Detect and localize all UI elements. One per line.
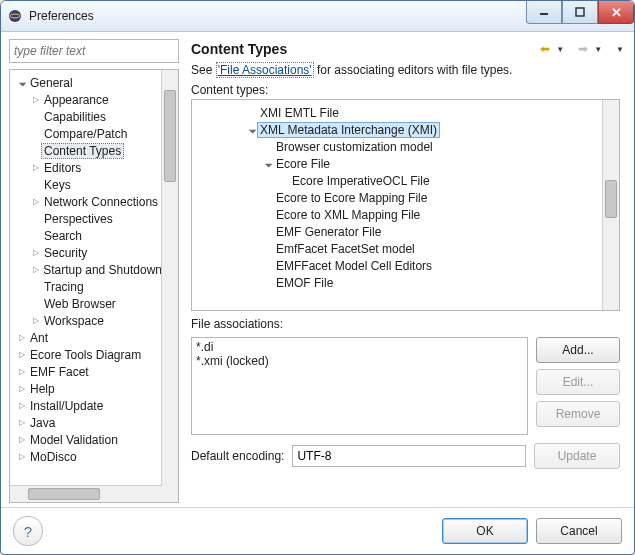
expand-icon[interactable] [16, 417, 28, 429]
back-menu-caret[interactable]: ▼ [556, 45, 564, 54]
tree-item-label[interactable]: Install/Update [30, 399, 103, 413]
tree-row[interactable]: Ecore to XML Mapping File [192, 206, 603, 223]
tree-item-label[interactable]: EMFFacet Model Cell Editors [276, 259, 432, 273]
tree-row[interactable]: Tracing [10, 278, 162, 295]
update-button[interactable]: Update [534, 443, 620, 469]
tree-item-label[interactable]: XML Metadata Interchange (XMI) [257, 122, 440, 138]
tree-item-label[interactable]: Workspace [44, 314, 104, 328]
tree-item-label[interactable]: EMOF File [276, 276, 333, 290]
add-button[interactable]: Add... [536, 337, 620, 363]
tree-row[interactable]: Java [10, 414, 162, 431]
tree-row[interactable]: Ecore Tools Diagram [10, 346, 162, 363]
tree-item-label[interactable]: XMI EMTL File [260, 106, 339, 120]
tree-item-label[interactable]: Perspectives [44, 212, 113, 226]
tree-item-label[interactable]: EMF Facet [30, 365, 89, 379]
expand-icon[interactable] [16, 400, 28, 412]
tree-item-label[interactable]: Compare/Patch [44, 127, 127, 141]
tree-row[interactable]: Editors [10, 159, 162, 176]
tree-item-label[interactable]: Network Connections [44, 195, 158, 209]
tree-item-label[interactable]: Capabilities [44, 110, 106, 124]
tree-row[interactable]: EMFFacet Model Cell Editors [192, 257, 603, 274]
remove-button[interactable]: Remove [536, 401, 620, 427]
tree-row[interactable]: Perspectives [10, 210, 162, 227]
close-button[interactable]: ✕ [598, 1, 634, 24]
tree-item-label[interactable]: Web Browser [44, 297, 116, 311]
cancel-button[interactable]: Cancel [536, 518, 622, 544]
expand-icon[interactable] [30, 315, 42, 327]
tree-item-label[interactable]: Tracing [44, 280, 84, 294]
expand-icon[interactable] [16, 366, 28, 378]
tree-row[interactable]: Network Connections [10, 193, 162, 210]
tree-row[interactable]: Startup and Shutdown [10, 261, 162, 278]
collapse-icon[interactable] [16, 77, 28, 89]
tree-item-label[interactable]: Ecore to Ecore Mapping File [276, 191, 427, 205]
tree-row[interactable]: EMOF File [192, 274, 603, 291]
maximize-button[interactable] [562, 1, 598, 24]
tree-row[interactable]: Ant [10, 329, 162, 346]
content-types-viewport[interactable]: XMI EMTL FileXML Metadata Interchange (X… [192, 100, 603, 310]
tree-row[interactable]: Content Types [10, 142, 162, 159]
expand-icon[interactable] [30, 196, 42, 208]
expand-icon[interactable] [16, 451, 28, 463]
tree-row[interactable]: XMI EMTL File [192, 104, 603, 121]
tree-item-label[interactable]: General [30, 76, 73, 90]
tree-row[interactable]: General [10, 74, 162, 91]
tree-item-label[interactable]: Appearance [44, 93, 109, 107]
tree-item-label[interactable]: Java [30, 416, 55, 430]
tree-row[interactable]: Capabilities [10, 108, 162, 125]
collapse-icon[interactable] [262, 158, 274, 170]
tree-item-label[interactable]: Ecore ImperativeOCL File [292, 174, 430, 188]
expand-icon[interactable] [30, 94, 42, 106]
tree-row[interactable]: Ecore ImperativeOCL File [192, 172, 603, 189]
minimize-button[interactable] [526, 1, 562, 24]
content-types-vscroll[interactable] [602, 100, 619, 310]
forward-menu-caret[interactable]: ▼ [594, 45, 602, 54]
tree-item-label[interactable]: Ecore Tools Diagram [30, 348, 141, 362]
tree-row[interactable]: Security [10, 244, 162, 261]
file-associations-list[interactable]: *.di*.xmi (locked) [191, 337, 528, 435]
tree-item-label[interactable]: EmfFacet FacetSet model [276, 242, 415, 256]
tree-row[interactable]: EMF Generator File [192, 223, 603, 240]
file-association-item[interactable]: *.xmi (locked) [196, 354, 523, 368]
tree-row[interactable]: Workspace [10, 312, 162, 329]
tree-row[interactable]: Keys [10, 176, 162, 193]
tree-item-label[interactable]: Security [44, 246, 87, 260]
expand-icon[interactable] [16, 332, 28, 344]
tree-item-label[interactable]: Ecore to XML Mapping File [276, 208, 420, 222]
forward-icon[interactable]: ➡ [574, 41, 592, 57]
tree-row[interactable]: Web Browser [10, 295, 162, 312]
tree-row[interactable]: Appearance [10, 91, 162, 108]
filter-input[interactable] [9, 39, 179, 63]
sidebar-vscroll[interactable] [161, 70, 178, 486]
tree-item-label[interactable]: EMF Generator File [276, 225, 381, 239]
tree-item-label[interactable]: Startup and Shutdown [43, 263, 162, 277]
tree-item-label[interactable]: Ecore File [276, 157, 330, 171]
tree-item-label[interactable]: Ant [30, 331, 48, 345]
tree-item-label[interactable]: Help [30, 382, 55, 396]
tree-row[interactable]: Help [10, 380, 162, 397]
tree-row[interactable]: Model Validation [10, 431, 162, 448]
tree-row[interactable]: Browser customization model [192, 138, 603, 155]
tree-row[interactable]: EMF Facet [10, 363, 162, 380]
expand-icon[interactable] [16, 434, 28, 446]
tree-item-label[interactable]: MoDisco [30, 450, 77, 464]
file-associations-link[interactable]: 'File Associations' [216, 62, 314, 78]
tree-row[interactable]: Search [10, 227, 162, 244]
tree-row[interactable]: Ecore to Ecore Mapping File [192, 189, 603, 206]
sidebar-hscroll[interactable] [10, 485, 162, 502]
tree-row[interactable]: Compare/Patch [10, 125, 162, 142]
file-association-item[interactable]: *.di [196, 340, 523, 354]
edit-button[interactable]: Edit... [536, 369, 620, 395]
nav-tree-viewport[interactable]: GeneralAppearanceCapabilitiesCompare/Pat… [10, 70, 162, 486]
expand-icon[interactable] [30, 162, 42, 174]
expand-icon[interactable] [16, 349, 28, 361]
tree-item-label[interactable]: Editors [44, 161, 81, 175]
tree-item-label[interactable]: Search [44, 229, 82, 243]
tree-row[interactable]: MoDisco [10, 448, 162, 465]
back-icon[interactable]: ⬅ [536, 41, 554, 57]
expand-icon[interactable] [16, 383, 28, 395]
tree-item-label[interactable]: Keys [44, 178, 71, 192]
tree-item-label[interactable]: Browser customization model [276, 140, 433, 154]
tree-row[interactable]: Ecore File [192, 155, 603, 172]
ok-button[interactable]: OK [442, 518, 528, 544]
